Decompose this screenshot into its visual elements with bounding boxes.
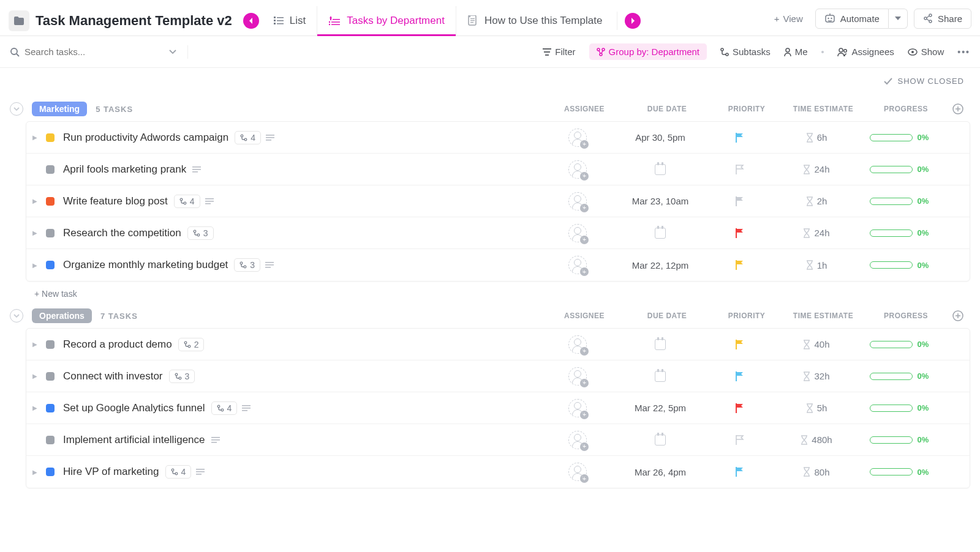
assignee-cell[interactable]: +	[541, 399, 614, 417]
new-task-button[interactable]: + New task	[10, 282, 970, 299]
description-icon[interactable]	[211, 437, 220, 443]
subtask-badge[interactable]: 2	[178, 338, 205, 351]
progress-cell[interactable]: 0%	[859, 403, 939, 412]
priority-cell[interactable]	[706, 259, 774, 270]
priority-cell[interactable]	[706, 466, 774, 477]
priority-cell[interactable]	[706, 371, 774, 382]
col-time-estimate[interactable]: TIME ESTIMATE	[780, 311, 866, 320]
description-icon[interactable]	[192, 166, 201, 173]
due-date-cell[interactable]: Mar 22, 12pm	[614, 260, 706, 270]
progress-cell[interactable]: 0%	[859, 371, 939, 381]
subtask-badge[interactable]: 4	[165, 465, 192, 479]
assignee-cell[interactable]: +	[541, 431, 614, 449]
show-button[interactable]: Show	[908, 47, 944, 57]
expand-toggle[interactable]: ▶	[32, 262, 39, 269]
share-button[interactable]: Share	[914, 9, 971, 29]
automate-button[interactable]: Automate	[815, 9, 889, 29]
time-estimate-cell[interactable]: 32h	[774, 371, 859, 381]
task-row[interactable]: ▶Record a product demo2+40h0%	[26, 329, 970, 360]
due-date-cell[interactable]: Mar 22, 5pm	[614, 403, 706, 413]
priority-cell[interactable]	[706, 132, 774, 143]
priority-cell[interactable]	[706, 403, 774, 414]
progress-cell[interactable]: 0%	[859, 228, 939, 237]
assignees-button[interactable]: Assignees	[837, 47, 894, 57]
progress-cell[interactable]: 0%	[859, 133, 939, 142]
col-assignee[interactable]: ASSIGNEE	[548, 311, 621, 320]
assignee-cell[interactable]: +	[541, 192, 614, 211]
time-estimate-cell[interactable]: 1h	[774, 260, 859, 270]
search-caret-button[interactable]	[164, 47, 181, 56]
subtask-badge[interactable]: 4	[235, 131, 261, 144]
expand-toggle[interactable]: ▶	[32, 405, 39, 411]
priority-cell[interactable]	[706, 435, 774, 446]
task-row[interactable]: ▶Research the competition3+24h0%	[26, 217, 970, 249]
time-estimate-cell[interactable]: 5h	[774, 403, 859, 413]
task-row[interactable]: ▶Hire VP of marketing4+Mar 26, 4pm80h0%	[26, 456, 970, 488]
subtask-badge[interactable]: 3	[187, 226, 214, 240]
status-square[interactable]	[46, 404, 55, 412]
tab-list[interactable]: List	[263, 6, 317, 35]
subtask-badge[interactable]: 4	[174, 195, 200, 208]
col-assignee[interactable]: ASSIGNEE	[548, 105, 621, 113]
progress-cell[interactable]: 0%	[859, 261, 939, 270]
priority-cell[interactable]	[706, 196, 774, 207]
add-column-button[interactable]	[946, 310, 970, 321]
task-row[interactable]: ▶Set up Google Analytics funnel4+Mar 22,…	[26, 392, 970, 424]
time-estimate-cell[interactable]: 2h	[774, 196, 859, 206]
task-row[interactable]: ▶Write feature blog post4+Mar 23, 10am2h…	[26, 185, 970, 217]
expand-toggle[interactable]: ▶	[32, 134, 39, 141]
status-square[interactable]	[46, 436, 55, 444]
group-chip[interactable]: Operations	[32, 308, 92, 323]
subtask-badge[interactable]: 4	[211, 401, 238, 415]
expand-toggle[interactable]: ▶	[32, 469, 39, 476]
group-by-button[interactable]: Group by: Department	[589, 43, 707, 60]
due-date-cell[interactable]	[614, 339, 706, 350]
status-square[interactable]	[46, 372, 55, 381]
subtask-badge[interactable]: 3	[169, 370, 195, 383]
status-square[interactable]	[46, 468, 55, 476]
col-priority[interactable]: PRIORITY	[713, 105, 780, 113]
assignee-cell[interactable]: +	[541, 463, 614, 481]
time-estimate-cell[interactable]: 24h	[774, 228, 859, 238]
group-chip[interactable]: Marketing	[32, 102, 87, 116]
more-button[interactable]: •••	[957, 47, 970, 57]
status-square[interactable]	[46, 340, 55, 349]
filter-button[interactable]: Filter	[543, 47, 575, 57]
tab-tasks-by-department[interactable]: Tasks by Department	[317, 6, 456, 35]
col-progress[interactable]: PROGRESS	[866, 311, 946, 320]
due-date-cell[interactable]	[614, 371, 706, 382]
status-square[interactable]	[46, 229, 55, 237]
time-estimate-cell[interactable]: 24h	[774, 164, 859, 174]
subtasks-button[interactable]: Subtasks	[720, 47, 771, 57]
status-square[interactable]	[46, 165, 55, 174]
due-date-cell[interactable]: Mar 23, 10am	[614, 196, 706, 206]
automate-caret-button[interactable]	[889, 9, 908, 29]
time-estimate-cell[interactable]: 480h	[774, 435, 859, 445]
folder-button[interactable]	[9, 10, 29, 31]
me-button[interactable]: Me	[784, 47, 808, 57]
description-icon[interactable]	[205, 198, 214, 204]
description-icon[interactable]	[266, 135, 274, 141]
assignee-cell[interactable]: +	[541, 160, 614, 179]
description-icon[interactable]	[242, 405, 251, 411]
progress-cell[interactable]: 0%	[859, 340, 939, 349]
time-estimate-cell[interactable]: 40h	[774, 339, 859, 349]
time-estimate-cell[interactable]: 6h	[774, 132, 859, 143]
progress-cell[interactable]: 0%	[859, 468, 939, 477]
task-row[interactable]: April fools marketing prank+24h0%	[26, 154, 970, 185]
assignee-cell[interactable]: +	[541, 367, 614, 386]
nav-prev-button[interactable]	[243, 13, 259, 29]
nav-next-button[interactable]	[625, 13, 641, 29]
description-icon[interactable]	[196, 469, 205, 475]
subtask-badge[interactable]: 3	[234, 258, 260, 272]
time-estimate-cell[interactable]: 80h	[774, 467, 859, 477]
expand-toggle[interactable]: ▶	[32, 229, 39, 236]
priority-cell[interactable]	[706, 228, 774, 239]
collapse-button[interactable]	[10, 102, 23, 116]
due-date-cell[interactable]	[614, 228, 706, 239]
due-date-cell[interactable]: Apr 30, 5pm	[614, 132, 706, 143]
assignee-cell[interactable]: +	[541, 224, 614, 242]
assignee-cell[interactable]: +	[541, 335, 614, 354]
show-closed-button[interactable]: SHOW CLOSED	[884, 76, 964, 86]
col-priority[interactable]: PRIORITY	[713, 311, 780, 320]
